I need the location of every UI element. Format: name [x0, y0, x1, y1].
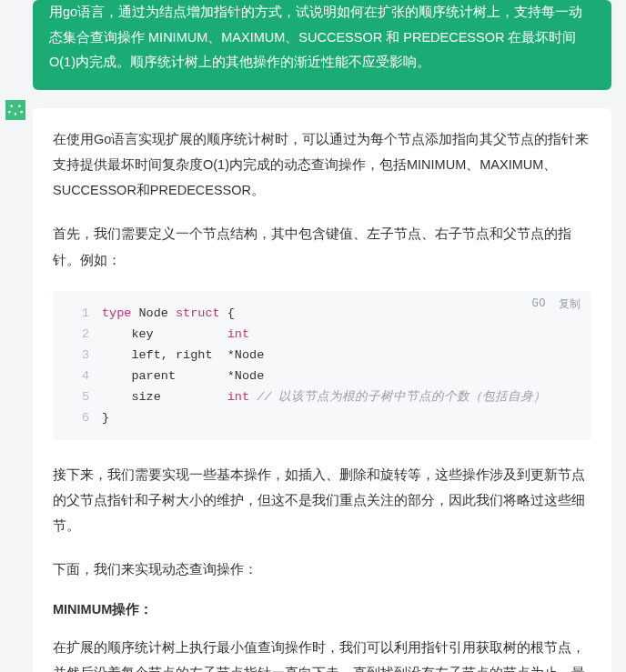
code-line: 2 key int	[67, 325, 577, 346]
code-text: parent *Node	[102, 366, 264, 387]
code-text: left, right *Node	[102, 346, 264, 366]
line-number: 3	[67, 346, 89, 366]
code-line: 4 parent *Node	[67, 366, 577, 387]
prompt-message: 用go语言，通过为结点增加指针的方式，试说明如何在扩张的顺序统计树上，支持每一动…	[33, 0, 611, 90]
code-line: 1 type Node struct {	[67, 304, 577, 325]
paragraph: 在扩展的顺序统计树上执行最小值查询操作时，我们可以利用指针引用获取树的根节点，并…	[53, 635, 591, 672]
line-number: 6	[67, 408, 89, 429]
line-number: 1	[67, 304, 89, 325]
assistant-avatar	[5, 100, 25, 120]
code-line: 6 }	[67, 408, 577, 429]
line-number: 4	[67, 366, 89, 387]
paragraph: 在使用Go语言实现扩展的顺序统计树时，可以通过为每个节点添加指向其父节点的指针来…	[53, 126, 591, 204]
code-text: key int	[102, 325, 249, 346]
section-heading-minimum: MINIMUM操作：	[53, 601, 591, 618]
code-block-node-struct: GO 复制 1 type Node struct { 2 key int 3 l…	[53, 291, 591, 440]
paragraph: 接下来，我们需要实现一些基本操作，如插入、删除和旋转等，这些操作涉及到更新节点的…	[53, 462, 591, 539]
code-body: 1 type Node struct { 2 key int 3 left, r…	[53, 291, 591, 440]
code-header: GO 复制	[532, 296, 581, 312]
assistant-response: 在使用Go语言实现扩展的顺序统计树时，可以通过为每个节点添加指向其父节点的指针来…	[33, 108, 611, 672]
code-line: 5 size int // 以该节点为根的子树中节点的个数（包括自身）	[67, 387, 577, 408]
code-text: type Node struct {	[102, 304, 235, 325]
prompt-text: 用go语言，通过为结点增加指针的方式，试说明如何在扩张的顺序统计树上，支持每一动…	[49, 5, 582, 69]
code-text: size int // 以该节点为根的子树中节点的个数（包括自身）	[102, 387, 546, 408]
copy-button[interactable]: 复制	[559, 296, 581, 312]
paragraph: 下面，我们来实现动态查询操作：	[53, 557, 591, 582]
code-line: 3 left, right *Node	[67, 346, 577, 366]
paragraph: 首先，我们需要定义一个节点结构，其中包含键值、左子节点、右子节点和父节点的指针。…	[53, 221, 591, 273]
line-number: 2	[67, 325, 89, 346]
code-text: }	[102, 408, 109, 429]
line-number: 5	[67, 387, 89, 408]
code-language-label: GO	[532, 297, 546, 310]
